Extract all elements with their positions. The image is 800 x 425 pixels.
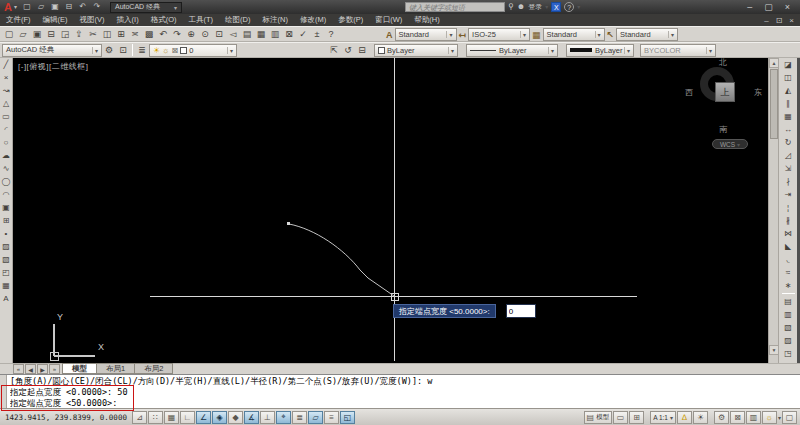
dim-style-dropdown[interactable]: ISO-25 [468, 28, 530, 41]
selection-cycling-toggle[interactable]: ◱ [340, 411, 355, 424]
explode-tool[interactable]: ∗ [782, 279, 795, 292]
layer-properties-button[interactable]: ≣ [135, 43, 149, 57]
command-grip[interactable] [0, 375, 7, 409]
close-button[interactable]: × [785, 2, 790, 12]
revision-cloud-tool[interactable]: ☁ [0, 149, 13, 162]
workspace-settings-icon[interactable]: ⚙ [102, 43, 116, 57]
help-button[interactable]: ? [324, 27, 338, 41]
menu-help[interactable]: 帮助(H) [408, 14, 445, 26]
menu-parametric[interactable]: 参数(P) [332, 14, 369, 26]
menu-file[interactable]: 文件(F) [0, 14, 37, 26]
circle-tool[interactable]: ○ [0, 136, 13, 149]
erase-tool[interactable]: ◪ [782, 58, 795, 71]
hardware-acceleration-bulb-icon[interactable]: ☼ [762, 411, 777, 424]
lineweight-dropdown[interactable]: ByLayer [566, 44, 634, 57]
spline-tool[interactable]: ∿ [0, 162, 13, 175]
fillet-tool[interactable]: ◟ [782, 253, 795, 266]
viewcube-south-label[interactable]: 南 [719, 124, 727, 135]
extend-tool[interactable]: ⇥ [782, 188, 795, 201]
workspace-title-dropdown[interactable]: AutoCAD 经典 [110, 2, 182, 13]
doc-close-button[interactable]: × [789, 16, 794, 25]
autocad-logo-icon[interactable]: A ▾ [0, 1, 20, 13]
performance-button[interactable]: ▥ [746, 411, 761, 424]
doc-minimize-button[interactable]: – [764, 16, 768, 25]
last-tab-button[interactable]: » [49, 364, 60, 374]
gradient-tool[interactable]: ▧ [0, 253, 13, 266]
menu-insert[interactable]: 插入(I) [111, 14, 145, 26]
scale-tool[interactable]: ◿ [782, 149, 795, 162]
ducs-toggle[interactable]: ⊥ [260, 411, 275, 424]
cut-button[interactable]: ✂ [86, 27, 100, 41]
grid-toggle[interactable]: ▦ [164, 411, 179, 424]
next-tab-button[interactable]: ▶ [37, 364, 48, 374]
sheetset-manager-button[interactable]: ⊠ [282, 27, 296, 41]
color-dropdown[interactable]: ByLayer [374, 44, 458, 57]
zoom-realtime-button[interactable]: ⊙ [198, 27, 212, 41]
qat-undo-button[interactable]: ↶ [76, 1, 90, 13]
search-input[interactable] [405, 2, 505, 12]
send-to-back-tool[interactable]: ▥ [782, 308, 795, 321]
zoom-previous-button[interactable]: ◅ [226, 27, 240, 41]
workspace-switch-button[interactable]: ⚙ [714, 411, 729, 424]
rectangle-tool[interactable]: ▭ [0, 110, 13, 123]
menu-dimension[interactable]: 标注(N) [257, 14, 294, 26]
scrollbar-thumb[interactable] [770, 69, 778, 139]
quick-properties-toggle[interactable]: ≡ [324, 411, 339, 424]
viewcube-top-face[interactable]: 上 [715, 82, 735, 102]
hatch-tool[interactable]: ▨ [0, 240, 13, 253]
autoscale-button[interactable]: ☀ [693, 411, 708, 424]
exchange-apps-icon[interactable]: X [551, 2, 561, 12]
save-workspace-icon[interactable]: ⊡ [116, 43, 130, 57]
rotate-tool[interactable]: ↻ [782, 136, 795, 149]
clean-screen-button[interactable]: ▢ [782, 411, 797, 424]
layout1-tab[interactable]: 布局1 [96, 363, 135, 374]
coordinates-display[interactable]: 1423.9415, 239.8399, 0.0000 [0, 413, 132, 422]
tool-palettes-button[interactable]: ▥ [268, 27, 282, 41]
menu-window[interactable]: 窗口(W) [369, 14, 408, 26]
ellipse-tool[interactable]: ◯ [0, 175, 13, 188]
help-caret-icon[interactable]: ▾ [577, 2, 580, 12]
status-menu-caret-icon[interactable]: ▾ [778, 414, 781, 421]
join-tool[interactable]: ⋈ [782, 227, 795, 240]
menu-tools[interactable]: 工具(T) [183, 14, 220, 26]
plot-button[interactable]: ⊟ [44, 27, 58, 41]
lwt-toggle[interactable]: ≣ [292, 411, 307, 424]
move-tool[interactable]: ↔ [782, 123, 795, 136]
stretch-tool[interactable]: ⇲ [782, 162, 795, 175]
pan-realtime-button[interactable]: ⊕ [184, 27, 198, 41]
help-icon[interactable]: ? [564, 2, 574, 12]
menu-draw[interactable]: 绘图(D) [219, 14, 256, 26]
doc-restore-button[interactable]: ⊡ [776, 16, 783, 25]
menu-format[interactable]: 格式(O) [145, 14, 183, 26]
qat-open-button[interactable]: ▱ [34, 1, 48, 13]
model-space-button[interactable]: ▤ 模型 [584, 411, 613, 424]
chamfer-tool[interactable]: ◣ [782, 240, 795, 253]
menu-edit[interactable]: 编辑(E) [37, 14, 74, 26]
mirror-tool[interactable]: ◭ [782, 84, 795, 97]
quick-view-drawings-button[interactable]: ⊞ [629, 411, 644, 424]
mtext-tool[interactable]: A [0, 292, 13, 305]
ellipse-arc-tool[interactable]: ◠ [0, 188, 13, 201]
match-properties-button[interactable]: ≍ [128, 27, 142, 41]
qat-redo-button[interactable]: ↷ [90, 1, 104, 13]
maximize-button[interactable]: ▢ [764, 2, 773, 12]
plotstyle-dropdown[interactable]: BYCOLOR [640, 44, 716, 57]
block-editor-button[interactable]: ▩ [142, 27, 156, 41]
polygon-tool[interactable]: △ [0, 97, 13, 110]
layer-dropdown[interactable]: ☀ ☼ ⊠ 0 [149, 44, 237, 57]
construction-line-tool[interactable]: × [0, 71, 13, 84]
snap-toggle[interactable]: ∷ [148, 411, 163, 424]
properties-button[interactable]: ▤ [240, 27, 254, 41]
quickcalc-button[interactable]: ± [310, 27, 324, 41]
zoom-window-button[interactable]: ⊡ [212, 27, 226, 41]
annotation-visibility-button[interactable]: ∆ [677, 411, 692, 424]
array-tool[interactable]: ▦ [782, 110, 795, 123]
mleader-style-dropdown[interactable]: Standard [616, 28, 678, 41]
menu-view[interactable]: 视图(V) [74, 14, 111, 26]
menu-modify[interactable]: 修改(M) [294, 14, 332, 26]
text-style-dropdown[interactable]: Standard [395, 28, 457, 41]
region-tool[interactable]: ◰ [0, 266, 13, 279]
layer-states-button[interactable]: ⊟ [355, 43, 369, 57]
publish-button[interactable]: ⇪ [72, 27, 86, 41]
dyn-toggle[interactable]: ⌖ [276, 411, 291, 424]
